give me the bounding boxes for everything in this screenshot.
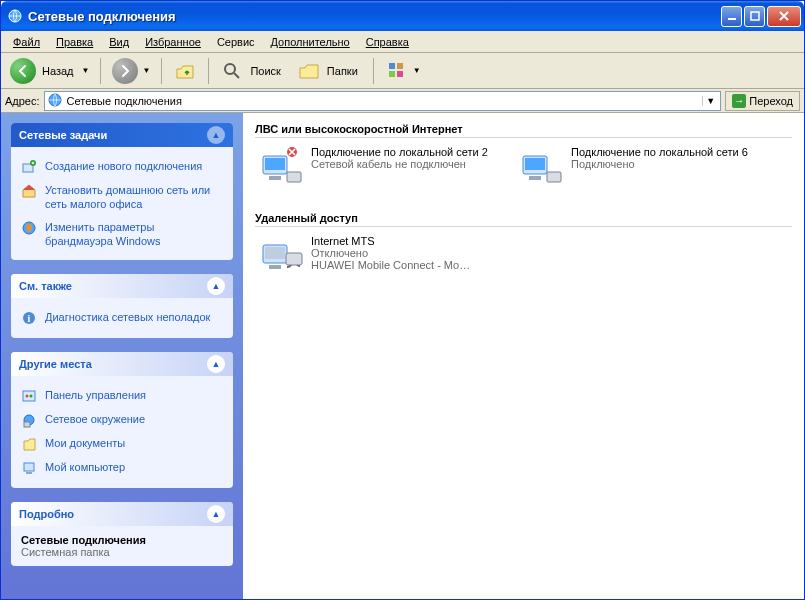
connection-status: Отключено	[311, 247, 470, 259]
views-icon	[385, 59, 409, 83]
connection-status: Сетевой кабель не подключен	[311, 158, 488, 170]
svg-rect-5	[397, 63, 403, 69]
dialup-modem-icon	[257, 235, 305, 283]
folders-button[interactable]: Папки	[293, 57, 366, 85]
close-button[interactable]	[767, 6, 801, 27]
menu-edit[interactable]: Правка	[48, 34, 101, 50]
panel-header-details[interactable]: Подробно ▲	[11, 502, 233, 526]
folders-label: Папки	[327, 65, 358, 77]
chevron-up-icon: ▲	[207, 355, 225, 373]
connection-name: Подключение по локальной сети 2	[311, 146, 488, 158]
chevron-up-icon: ▲	[207, 505, 225, 523]
home-network-icon	[21, 183, 37, 199]
svg-rect-31	[265, 247, 285, 259]
svg-rect-23	[269, 176, 281, 180]
task-setup-home-network[interactable]: Установить домашнюю сеть или сеть малого…	[21, 179, 223, 216]
group-header-lan: ЛВС или высокоскоростной Интернет	[255, 119, 792, 138]
up-button[interactable]	[169, 57, 201, 85]
svg-point-3	[225, 64, 235, 74]
svg-rect-20	[26, 472, 32, 474]
svg-rect-2	[751, 12, 759, 20]
link-network-diagnostics[interactable]: i Диагностика сетевых неполадок	[21, 306, 223, 330]
details-type: Системная папка	[21, 546, 223, 558]
panel-title: Другие места	[19, 358, 92, 370]
sidebar: Сетевые задачи ▲ Создание нового подключ…	[1, 113, 243, 599]
menu-view[interactable]: Вид	[101, 34, 137, 50]
svg-rect-22	[265, 158, 285, 170]
svg-rect-27	[525, 158, 545, 170]
link-my-documents[interactable]: Мои документы	[21, 432, 223, 456]
panel-title: Подробно	[19, 508, 74, 520]
svg-rect-4	[389, 63, 395, 69]
panel-header-tasks[interactable]: Сетевые задачи ▲	[11, 123, 233, 147]
address-value: Сетевые подключения	[67, 95, 699, 107]
menubar: Файл Правка Вид Избранное Сервис Дополни…	[1, 31, 804, 53]
menu-file[interactable]: Файл	[5, 34, 48, 50]
go-label: Переход	[749, 95, 793, 107]
network-adapter-icon	[257, 146, 305, 194]
info-icon: i	[21, 310, 37, 326]
panel-title: Сетевые задачи	[19, 129, 107, 141]
go-button[interactable]: → Переход	[725, 91, 800, 111]
menu-tools[interactable]: Сервис	[209, 34, 263, 50]
connection-device: HUAWEI Mobile Connect - Mo…	[311, 259, 470, 271]
address-icon	[47, 92, 63, 110]
minimize-button[interactable]	[721, 6, 742, 27]
maximize-button[interactable]	[744, 6, 765, 27]
group-header-dialup: Удаленный доступ	[255, 208, 792, 227]
svg-rect-1	[728, 18, 736, 20]
svg-rect-33	[286, 253, 302, 265]
views-button[interactable]: ▼	[381, 57, 425, 85]
separator	[208, 58, 209, 84]
firewall-icon	[21, 220, 37, 236]
folder-up-icon	[173, 59, 197, 83]
addressbar: Адрес: Сетевые подключения ▼ → Переход	[1, 89, 804, 113]
link-control-panel[interactable]: Панель управления	[21, 384, 223, 408]
back-dropdown-icon[interactable]: ▼	[82, 66, 90, 75]
views-dropdown-icon[interactable]: ▼	[413, 66, 421, 75]
my-documents-icon	[21, 436, 37, 452]
menu-help[interactable]: Справка	[358, 34, 417, 50]
search-button[interactable]: Поиск	[216, 57, 288, 85]
link-network-places[interactable]: Сетевое окружение	[21, 408, 223, 432]
svg-rect-6	[389, 71, 395, 77]
link-my-computer[interactable]: Мой компьютер	[21, 456, 223, 480]
back-arrow-icon	[10, 58, 36, 84]
network-connections-icon	[7, 8, 23, 24]
go-arrow-icon: →	[732, 94, 746, 108]
svg-rect-32	[269, 265, 281, 269]
menu-advanced[interactable]: Дополнительно	[263, 34, 358, 50]
control-panel-icon	[21, 388, 37, 404]
separator	[100, 58, 101, 84]
forward-dropdown-icon[interactable]: ▼	[142, 66, 150, 75]
back-button[interactable]: Назад ▼	[6, 56, 93, 86]
panel-title: См. также	[19, 280, 72, 292]
search-label: Поиск	[250, 65, 280, 77]
search-icon	[220, 59, 244, 83]
new-connection-icon	[21, 159, 37, 175]
connection-item[interactable]: Подключение по локальной сети 6 Подключе…	[515, 144, 765, 196]
separator	[161, 58, 162, 84]
my-computer-icon	[21, 460, 37, 476]
back-label: Назад	[42, 65, 74, 77]
chevron-up-icon: ▲	[207, 126, 225, 144]
address-input[interactable]: Сетевые подключения ▼	[44, 91, 722, 111]
svg-rect-14	[23, 391, 35, 401]
svg-rect-24	[287, 172, 301, 182]
connection-item[interactable]: Подключение по локальной сети 2 Сетевой …	[255, 144, 505, 196]
panel-header-seealso[interactable]: См. также ▲	[11, 274, 233, 298]
address-dropdown-icon[interactable]: ▼	[702, 96, 718, 106]
task-firewall-settings[interactable]: Изменить параметры брандмауэра Windows	[21, 216, 223, 253]
svg-rect-7	[397, 71, 403, 77]
svg-point-15	[26, 395, 29, 398]
svg-rect-19	[24, 463, 34, 471]
connection-name: Internet MTS	[311, 235, 470, 247]
connection-status: Подключено	[571, 158, 748, 170]
forward-button[interactable]: ▼	[108, 56, 154, 86]
menu-favorites[interactable]: Избранное	[137, 34, 209, 50]
task-new-connection[interactable]: Создание нового подключения	[21, 155, 223, 179]
panel-header-places[interactable]: Другие места ▲	[11, 352, 233, 376]
connection-item[interactable]: Internet MTS Отключено HUAWEI Mobile Con…	[255, 233, 505, 285]
forward-arrow-icon	[112, 58, 138, 84]
network-places-icon	[21, 412, 37, 428]
